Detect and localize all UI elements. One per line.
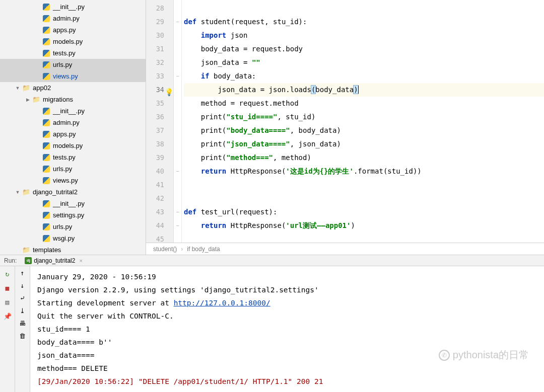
console-link[interactable]: http://127.0.0.1:8000/ xyxy=(174,299,270,307)
tree-item-__init__-py[interactable]: __init__.py xyxy=(0,105,146,117)
down-icon[interactable]: ↓ xyxy=(21,282,25,289)
tree-item-urls-py[interactable]: urls.py xyxy=(0,163,146,175)
tree-item-tests-py[interactable]: tests.py xyxy=(0,47,146,59)
fold-empty xyxy=(174,124,181,137)
tree-item-label: app02 xyxy=(33,84,51,92)
fold-toggle-icon[interactable]: − xyxy=(174,219,181,232)
code-line[interactable] xyxy=(184,192,544,205)
chevron-down-icon[interactable]: ▼ xyxy=(14,189,21,196)
tree-item-__init__-py[interactable]: __init__.py xyxy=(0,1,146,13)
line-number[interactable]: 35 xyxy=(146,97,164,110)
soft-wrap-icon[interactable]: ⤶ xyxy=(20,294,25,302)
stop-icon[interactable]: ■ xyxy=(3,283,12,292)
code-line[interactable]: json_data = json.loads(body_data) xyxy=(184,83,544,97)
tree-item-views-py[interactable]: views.py xyxy=(0,175,146,186)
close-icon[interactable]: × xyxy=(79,258,82,264)
trash-icon[interactable]: 🗑 xyxy=(19,332,26,340)
tree-item-tests-py[interactable]: tests.py xyxy=(0,151,146,163)
code-line[interactable]: return HttpResponse('url测试——app01') xyxy=(184,219,544,232)
line-number[interactable]: 34💡 xyxy=(146,83,164,97)
line-number[interactable]: 40 xyxy=(146,165,164,178)
tree-item-admin-py[interactable]: admin.py xyxy=(0,117,146,128)
scroll-end-icon[interactable]: ⤓ xyxy=(20,307,25,315)
code-line[interactable]: print("body_data====", body_data) xyxy=(184,124,544,137)
line-number[interactable]: 28 xyxy=(146,2,164,15)
breadcrumb-item[interactable]: if body_data xyxy=(187,246,220,253)
tree-item-models-py[interactable]: models.py xyxy=(0,140,146,151)
code-line[interactable]: import json xyxy=(184,29,544,42)
line-number[interactable]: 41 xyxy=(146,178,164,192)
tree-item-templates[interactable]: templates xyxy=(0,244,146,255)
tree-item-models-py[interactable]: models.py xyxy=(0,36,146,47)
console-output[interactable]: January 29, 2020 - 10:56:19Django versio… xyxy=(30,266,544,392)
pin-icon[interactable]: 📌 xyxy=(3,311,12,321)
line-number[interactable]: 30 xyxy=(146,29,164,42)
run-toolbar-right: ↑ ↓ ⤶ ⤓ 🖶 🗑 xyxy=(15,266,30,392)
layout-icon[interactable]: ▤ xyxy=(3,297,12,306)
run-tab[interactable]: dj django_tutrital2 × xyxy=(22,257,86,264)
line-number[interactable]: 44 xyxy=(146,219,164,232)
line-number[interactable]: 43 xyxy=(146,205,164,219)
line-number[interactable]: 29 xyxy=(146,15,164,29)
code-line[interactable]: def test_url(request): xyxy=(184,205,544,219)
print-icon[interactable]: 🖶 xyxy=(19,320,26,327)
code-line[interactable] xyxy=(184,232,544,243)
code-line[interactable]: return HttpResponse('这是id为{}的学生'.format(… xyxy=(184,165,544,178)
code-line[interactable] xyxy=(184,178,544,192)
line-number[interactable]: 32 xyxy=(146,56,164,69)
chevron-down-icon[interactable]: ▼ xyxy=(14,85,21,92)
intention-bulb-icon[interactable]: 💡 xyxy=(165,86,173,99)
line-number[interactable]: 38 xyxy=(146,137,164,151)
breadcrumb-item[interactable]: student() xyxy=(153,246,177,253)
line-number[interactable]: 33 xyxy=(146,69,164,83)
line-number[interactable]: 36 xyxy=(146,110,164,124)
fold-strip[interactable]: −−−−− xyxy=(174,0,182,243)
tree-item-apps-py[interactable]: apps.py xyxy=(0,128,146,140)
fold-toggle-icon[interactable]: − xyxy=(174,15,181,29)
up-icon[interactable]: ↑ xyxy=(21,269,25,277)
tree-item-django_tutrital2[interactable]: ▼django_tutrital2 xyxy=(0,186,146,198)
tree-item-__init__-py[interactable]: __init__.py xyxy=(0,198,146,209)
line-number-gutter[interactable]: 28293031323334💡3536373839404142434445 xyxy=(146,0,174,243)
tree-item-admin-py[interactable]: admin.py xyxy=(0,13,146,24)
tree-item-views-py[interactable]: views.py xyxy=(0,70,146,82)
console-text: json_data==== xyxy=(37,351,95,359)
fold-toggle-icon[interactable]: − xyxy=(174,165,181,178)
tree-item-migrations[interactable]: ▶migrations xyxy=(0,94,146,105)
line-number[interactable]: 39 xyxy=(146,151,164,165)
code-line[interactable]: if body_data: xyxy=(184,69,544,83)
code-line[interactable]: print("method===", method) xyxy=(184,151,544,165)
tree-item-app02[interactable]: ▼app02 xyxy=(0,82,146,94)
code-line[interactable]: json_data = "" xyxy=(184,56,544,69)
package-icon xyxy=(32,96,40,104)
breadcrumb[interactable]: student() › if body_data xyxy=(146,243,544,255)
tree-item-wsgi-py[interactable]: wsgi.py xyxy=(0,232,146,244)
code-line[interactable]: print("json_data====", json_data) xyxy=(184,137,544,151)
code-line[interactable]: print("stu_id====", stu_id) xyxy=(184,110,544,124)
code-line[interactable]: def student(request, stu_id): xyxy=(184,15,544,29)
tree-item-settings-py[interactable]: settings.py xyxy=(0,209,146,221)
code-line[interactable]: method = request.method xyxy=(184,97,544,110)
line-number[interactable]: 45 xyxy=(146,232,164,243)
chevron-right-icon[interactable]: ▶ xyxy=(24,96,31,103)
fold-toggle-icon[interactable]: − xyxy=(174,69,181,83)
tree-item-urls-py[interactable]: urls.py xyxy=(0,59,146,70)
run-header: Run: dj django_tutrital2 × xyxy=(0,255,544,266)
project-tree[interactable]: __init__.pyadmin.pyapps.pymodels.pytests… xyxy=(0,0,146,255)
fold-toggle-icon[interactable]: − xyxy=(174,205,181,219)
python-file-icon xyxy=(42,3,50,11)
line-number[interactable]: 31 xyxy=(146,42,164,56)
tree-item-urls-py[interactable]: urls.py xyxy=(0,221,146,232)
tree-arrow-empty xyxy=(14,247,21,254)
line-number[interactable]: 42 xyxy=(146,192,164,205)
console-text: Quit the server with CONTROL-C. xyxy=(37,312,174,320)
rerun-icon[interactable]: ↻ xyxy=(3,269,12,278)
tree-item-label: apps.py xyxy=(53,26,76,34)
tree-item-apps-py[interactable]: apps.py xyxy=(0,24,146,36)
tree-arrow-empty xyxy=(34,61,41,68)
code-line[interactable]: body_data = request.body xyxy=(184,42,544,56)
code-line[interactable] xyxy=(184,2,544,15)
console-line: stu_id==== 1 xyxy=(37,323,540,336)
code-editor[interactable]: def student(request, stu_id): import jso… xyxy=(182,0,544,243)
line-number[interactable]: 37 xyxy=(146,124,164,137)
